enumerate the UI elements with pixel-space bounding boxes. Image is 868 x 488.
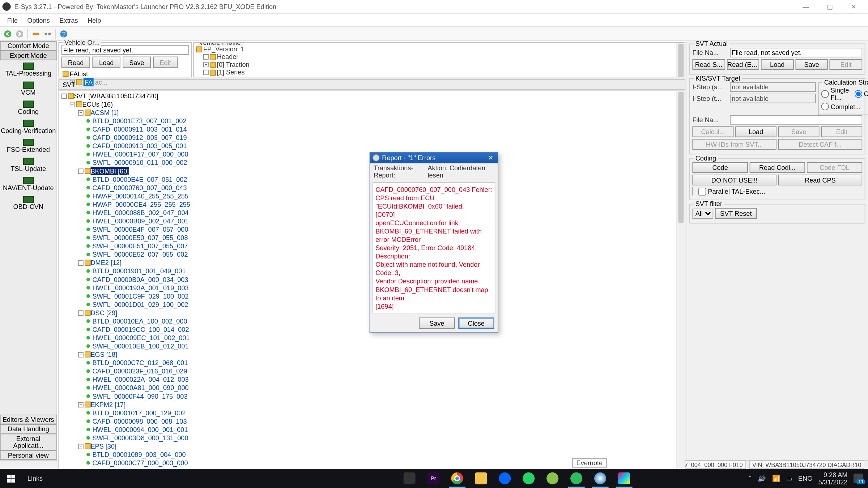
complete-radio[interactable] <box>821 102 829 110</box>
dialog-close-button[interactable]: Close <box>458 317 494 329</box>
ecu-file-node[interactable]: BTLD_00001017_000_129_002 <box>60 409 684 417</box>
vo-save-button[interactable]: Save <box>123 57 151 68</box>
nav-fsc-extended[interactable]: FSC-Extended <box>0 136 57 155</box>
nav-tal-processing[interactable]: TAL-Processing <box>0 60 57 79</box>
vo-read-button[interactable]: Read <box>61 57 90 68</box>
parallel-tal-checkbox[interactable] <box>698 187 706 195</box>
svt-filter-select[interactable]: All <box>693 208 714 218</box>
load-button[interactable]: Load <box>736 126 777 137</box>
collapse-icon[interactable]: − <box>78 168 84 174</box>
back-icon[interactable] <box>3 28 13 39</box>
dialog-save-button[interactable]: Save <box>419 317 455 329</box>
collapse-icon[interactable]: − <box>78 110 84 115</box>
ecu-file-node[interactable]: CAFD_00000912_003_007_019 <box>60 133 684 142</box>
ecu-node[interactable]: −ACSM [1] <box>60 108 684 117</box>
taskbar-app-esys[interactable] <box>588 469 612 488</box>
svt-scrollbar[interactable] <box>676 90 685 488</box>
ecu-node[interactable]: −EKPM2 [17] <box>60 400 684 408</box>
ecu-node[interactable]: −ECUs (16) <box>60 100 684 108</box>
nav-bottom-editors-viewers[interactable]: Editors & Viewers <box>0 415 57 424</box>
collapse-icon[interactable]: − <box>78 260 84 265</box>
dialog-close-icon[interactable]: ✕ <box>486 154 495 162</box>
disconnect-icon[interactable] <box>42 28 53 39</box>
vp-scrollbar[interactable] <box>676 43 685 77</box>
taskbar-app-premiere[interactable]: Pr <box>421 469 445 488</box>
ecu-file-node[interactable]: HWEL_000009EC_101_002_001 <box>60 334 684 342</box>
nav-vcm[interactable]: VCM <box>0 79 57 98</box>
expand-icon[interactable]: + <box>70 80 75 85</box>
ecu-file-node[interactable]: SWFL_00000F44_090_175_003 <box>60 392 684 400</box>
ecu-file-node[interactable]: HWEL_0000022A_004_012_003 <box>60 375 684 384</box>
expert-mode-button[interactable]: Expert Mode <box>0 51 57 60</box>
ecu-file-node[interactable]: CAFD_00000911_003_001_014 <box>60 125 684 133</box>
expand-icon[interactable]: + <box>203 54 209 60</box>
do-not-use--button[interactable]: DO NOT USE!!! <box>693 175 776 185</box>
expand-icon[interactable]: + <box>203 62 209 67</box>
taskbar-app-explorer[interactable] <box>469 469 493 488</box>
code-button[interactable]: Code <box>693 162 748 173</box>
minimize-button[interactable]: — <box>794 1 818 13</box>
ecu-file-node[interactable]: BTLD_00001E73_007_001_002 <box>60 117 684 125</box>
comfort-mode-button[interactable]: Comfort Mode <box>0 41 57 51</box>
ecu-node[interactable]: −EGS [18] <box>60 350 684 359</box>
ecu-file-node[interactable]: SWFL_000010EB_100_012_001 <box>60 342 684 350</box>
ecu-file-node[interactable]: CAFD_00000098_000_008_103 <box>60 417 684 425</box>
nav-tsl-update[interactable]: TSL-Update <box>0 155 57 175</box>
tray-volume-icon[interactable]: 🔊 <box>758 475 766 482</box>
vp-line[interactable]: + [0] Traction <box>196 61 682 68</box>
nav-bottom-data-handling[interactable]: Data Handling <box>0 424 57 433</box>
tray-clock[interactable]: 9:28 AM 5/31/2022 <box>818 471 848 486</box>
nav-coding[interactable]: Coding <box>0 98 57 117</box>
nav-bottom-personal-view[interactable]: Personal view <box>0 450 57 460</box>
collapse-icon[interactable]: − <box>78 352 84 357</box>
tray-battery-icon[interactable]: ▭ <box>786 475 792 482</box>
collapse-icon[interactable]: − <box>78 402 84 407</box>
collapse-icon[interactable]: − <box>78 444 84 449</box>
nav-obd-cvn[interactable]: OBD-CVN <box>0 194 57 213</box>
single-file-radio[interactable] <box>821 90 829 97</box>
expand-icon[interactable]: + <box>203 70 209 75</box>
svt-reset-button[interactable]: SVT Reset <box>715 208 757 219</box>
menu-options[interactable]: Options <box>22 15 55 25</box>
taskbar-app-chrome[interactable] <box>445 469 469 488</box>
svt-actual-file-field[interactable] <box>730 48 863 57</box>
nav-nav-ent-update[interactable]: NAV/ENT-Update <box>0 175 57 194</box>
tray-network-icon[interactable]: 📶 <box>772 475 780 482</box>
help-icon[interactable]: ? <box>59 28 69 39</box>
vo-load-button[interactable]: Load <box>93 57 120 68</box>
fa-node[interactable]: FA <box>84 78 94 86</box>
ecu-file-node[interactable]: BTLD_00000C7C_012_068_001 <box>60 359 684 367</box>
vp-line[interactable]: FP_Version: 1 <box>196 45 682 53</box>
menu-file[interactable]: File <box>3 15 23 25</box>
taskbar-links[interactable]: Links <box>21 475 48 482</box>
taskbar-app-zalo[interactable] <box>493 469 517 488</box>
vp-line[interactable]: + [1] Series <box>196 69 682 76</box>
read-ecu--button[interactable]: Read (ECU) <box>727 59 760 70</box>
vp-line[interactable]: + Header <box>196 53 682 61</box>
dialog-titlebar[interactable]: Report - "1" Errors ✕ <box>370 153 498 163</box>
ecu-node[interactable]: −SVT [WBA3B11050J734720] <box>60 92 684 100</box>
tray-notifications-icon[interactable]: 11 <box>854 474 863 483</box>
read-codi--button[interactable]: Read Codi... <box>750 162 805 173</box>
nav-coding-verification[interactable]: Coding-Verification <box>0 117 57 137</box>
ecu-file-node[interactable]: SWFL_000003D8_000_131_000 <box>60 434 684 442</box>
ecu-file-node[interactable]: HWEL_00000A81_000_090_000 <box>60 384 684 392</box>
close-button[interactable]: ✕ <box>842 1 865 13</box>
load-button[interactable]: Load <box>761 59 794 70</box>
taskbar-app-evernote[interactable] <box>565 469 588 488</box>
taskbar-app-x[interactable] <box>398 469 422 488</box>
maximize-button[interactable]: ▢ <box>818 1 842 13</box>
collapse-icon[interactable]: − <box>70 102 75 107</box>
read-cps-button[interactable]: Read CPS <box>778 175 862 185</box>
start-button[interactable] <box>0 469 21 488</box>
connect-icon[interactable] <box>30 28 41 39</box>
taskbar-app-whatsapp[interactable] <box>517 469 541 488</box>
save-button[interactable]: Save <box>796 59 828 70</box>
ecu-file-node[interactable]: CAFD_00000913_003_005_001 <box>60 142 684 150</box>
menu-help[interactable]: Help <box>83 15 106 25</box>
collapse-icon[interactable]: − <box>78 310 84 316</box>
tray-lang[interactable]: ENG <box>798 475 812 482</box>
ecu-file-node[interactable]: BTLD_00001089_003_004_000 <box>60 450 684 459</box>
read-s--button[interactable]: Read S... <box>693 59 725 70</box>
ecu-file-node[interactable]: HWEL_00000094_000_001_001 <box>60 425 684 434</box>
